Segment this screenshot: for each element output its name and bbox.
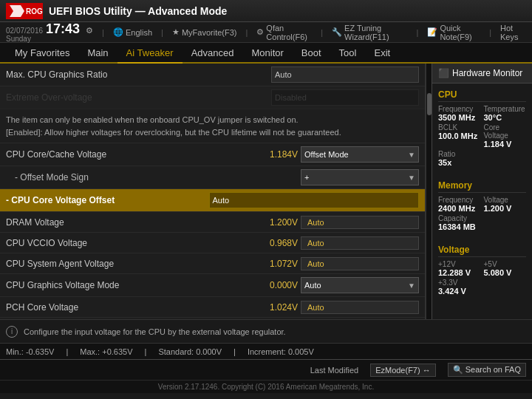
cpu-freq-label: Frequency [438, 105, 481, 113]
row-cpu-graphics-vmode: CPU Graphics Voltage Mode 0.000V Auto▼ [0, 274, 425, 297]
pch-core-auto[interactable]: Auto [301, 301, 419, 314]
dram-voltage-label: DRAM Voltage [6, 217, 246, 228]
cpu-gfx-vmode-val: 0.000V [246, 280, 298, 290]
quicknote-item[interactable]: 📝 Quick Note(F9) [427, 24, 480, 41]
cpu-vccio-val: 0.968V [246, 238, 298, 248]
ratio-label: Ratio [438, 150, 481, 158]
note-text: The item can only be enabled when the on… [0, 109, 425, 143]
mem-cap-value: 16384 MB [438, 222, 481, 231]
main-layout: Max. CPU Graphics Ratio Auto Extreme Ove… [0, 64, 532, 319]
ezmode-button[interactable]: EzMode(F7) ↔ [370, 364, 436, 377]
qfan-label: Qfan Control(F6) [266, 24, 312, 41]
search-icon: 🔍 [453, 365, 466, 374]
memory-section: Memory Frequency 2400 MHz Voltage 1.200 … [432, 174, 532, 239]
tune-icon: 🔧 [332, 27, 342, 37]
row-offset-sign: - Offset Mode Sign +▼ [0, 166, 425, 189]
info-footer: i Configure the input voltage for the CP… [0, 319, 532, 343]
max-cpu-graphics-label: Max. CPU Graphics Ratio [6, 69, 271, 80]
cpu-section-title: CPU [438, 86, 526, 102]
cpu-core-offset-label: - CPU Core Voltage Offset [6, 195, 209, 205]
mem-volt-label: Voltage [484, 196, 527, 204]
extreme-ov-label: Extreme Over-voltage [6, 92, 271, 103]
voltage-section-title: Voltage [438, 242, 526, 257]
hw-monitor-title: Hardware Monitor [452, 68, 522, 78]
v12-label: +12V [438, 260, 481, 268]
nav-main[interactable]: Main [78, 42, 117, 63]
search-faq-label: Search on FAQ [466, 365, 521, 374]
nav-boot[interactable]: Boot [293, 42, 330, 63]
ezmode-label: EzMode(F7) [375, 366, 420, 375]
nav-myfavorites[interactable]: My Favorites [6, 42, 78, 63]
cpu-agent-label: CPU System Agent Voltage [6, 259, 246, 269]
row-pch-core: PCH Core Voltage 1.024V Auto [0, 297, 425, 318]
content-area[interactable]: Max. CPU Graphics Ratio Auto Extreme Ove… [0, 64, 426, 319]
row-cpu-vccio: CPU VCCIO Voltage 0.968V Auto [0, 233, 425, 253]
myfavorite-item[interactable]: ★ MyFavorite(F3) [172, 27, 237, 37]
info-footer-text: Configure the input voltage for the CPU … [24, 327, 286, 336]
cpu-core-offset-value[interactable]: Auto [209, 192, 420, 208]
extreme-ov-value: Disabled [271, 89, 419, 106]
nav-exit[interactable]: Exit [365, 42, 399, 63]
search-faq-button[interactable]: 🔍 Search on FAQ [448, 363, 526, 377]
scrollbar[interactable] [426, 64, 432, 319]
title-bar: ROG UEFI BIOS Utility — Advanced Mode [0, 0, 532, 22]
memory-section-title: Memory [438, 177, 526, 193]
cpu-core-cache-label: CPU Core/Cache Voltage [6, 149, 246, 160]
cpu-freq-value: 3500 MHz [438, 113, 481, 122]
star-icon: ★ [172, 27, 180, 37]
offset-sign-dropdown[interactable]: +▼ [301, 169, 419, 185]
copyright-text: Version 2.17.1246. Copyright (C) 2016 Am… [158, 383, 374, 391]
ezmode-icon: ↔ [423, 366, 431, 375]
eztune-label: EZ Tuning Wizard(F11) [344, 24, 407, 41]
cpu-vccio-auto[interactable]: Auto [301, 236, 419, 250]
date-label: 02/07/2016 [6, 27, 43, 35]
cpu-agent-auto[interactable]: Auto [301, 257, 419, 270]
range-max: Max.: +0.635V [80, 347, 132, 356]
cpu-core-cache-val: 1.184V [246, 149, 298, 160]
range-standard: Standard: 0.000V [158, 347, 222, 356]
bclk-value: 100.0 MHz [438, 132, 481, 140]
eztune-item[interactable]: 🔧 EZ Tuning Wizard(F11) [332, 24, 407, 41]
max-cpu-graphics-value[interactable]: Auto [271, 66, 419, 83]
mem-freq-label: Frequency [438, 196, 481, 204]
language-label: English [126, 28, 152, 37]
page-title: UEFI BIOS Utility — Advanced Mode [49, 5, 227, 17]
pch-core-label: PCH Core Voltage [6, 302, 246, 313]
nav-tool[interactable]: Tool [330, 42, 366, 63]
language-item[interactable]: 🌐 English [113, 27, 152, 37]
ratio-value: 35x [438, 158, 481, 167]
hw-monitor-panel: ⬛ Hardware Monitor CPU Frequency 3500 MH… [432, 64, 532, 319]
nav-monitor[interactable]: Monitor [243, 42, 293, 63]
info-icon: i [6, 326, 18, 338]
myfavorite-label: MyFavorite(F3) [182, 28, 237, 37]
dram-voltage-val: 1.200V [246, 217, 298, 228]
svg-text:ROG: ROG [26, 7, 43, 16]
hw-monitor-header: ⬛ Hardware Monitor [432, 64, 532, 83]
offset-sign-label: - Offset Mode Sign [6, 172, 301, 183]
cpu-core-cache-dropdown[interactable]: Offset Mode▼ [301, 146, 419, 163]
nav-aitweaker[interactable]: Ai Tweaker [117, 43, 183, 64]
range-min: Min.: -0.635V [6, 347, 54, 356]
core-v-value: 1.184 V [484, 140, 527, 149]
mem-volt-value: 1.200 V [484, 204, 527, 213]
row-cpu-core-cache: CPU Core/Cache Voltage 1.184V Offset Mod… [0, 143, 425, 166]
gear-icon[interactable]: ⚙ [86, 26, 93, 35]
range-footer: Min.: -0.635V | Max.: +0.635V | Standard… [0, 343, 532, 359]
nav-advanced[interactable]: Advanced [183, 42, 243, 63]
cpu-gfx-vmode-dropdown[interactable]: Auto▼ [301, 277, 419, 293]
hotkeys-label: Hot Keys [500, 24, 526, 41]
quicknote-label: Quick Note(F9) [440, 24, 480, 41]
dram-voltage-auto[interactable]: Auto [301, 216, 419, 229]
fan-icon: ⚙ [256, 27, 264, 37]
monitor-icon: ⬛ [438, 68, 449, 78]
logo: ROG [6, 3, 43, 19]
v33-label: +3.3V [438, 279, 481, 287]
info-bar: 02/07/2016 Sunday 17:43 ⚙ | 🌐 English | … [0, 22, 532, 43]
cpu-vccio-label: CPU VCCIO Voltage [6, 238, 246, 248]
last-modified-label: Last Modified [310, 366, 358, 375]
time-display: 17:43 [46, 21, 80, 37]
qfan-item[interactable]: ⚙ Qfan Control(F6) [256, 24, 312, 41]
hotkeys-item[interactable]: Hot Keys [500, 24, 526, 41]
copyright-bar: Version 2.17.1246. Copyright (C) 2016 Am… [0, 380, 532, 393]
row-extreme-ov: Extreme Over-voltage Disabled [0, 86, 425, 109]
